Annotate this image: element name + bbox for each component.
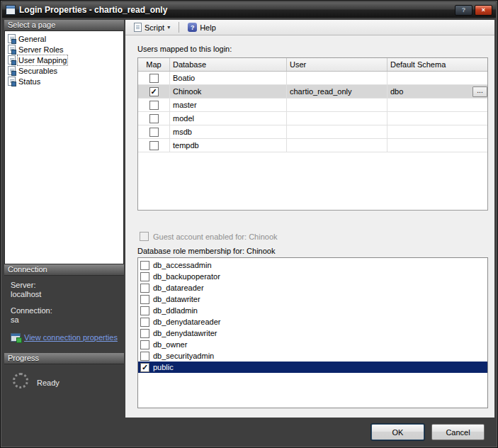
view-properties-icon [11, 333, 21, 342]
browse-schema-button[interactable]: ... [472, 86, 487, 97]
role-list-item[interactable]: db_datawriter [138, 293, 487, 305]
table-row[interactable]: Boatio [138, 72, 487, 85]
sidebar-item-label: User Mapping [18, 56, 67, 65]
role-list-item[interactable]: db_ddladmin [138, 305, 487, 316]
view-connection-properties-link[interactable]: View connection properties [24, 333, 118, 342]
role-label: db_owner [153, 340, 187, 349]
role-checkbox[interactable] [140, 329, 149, 338]
table-row[interactable]: tempdb [138, 139, 487, 152]
role-list-item[interactable]: db_securityadmin [138, 350, 487, 362]
database-cell: tempdb [170, 139, 287, 152]
server-label: Server: [11, 281, 124, 290]
map-checkbox[interactable] [149, 74, 159, 83]
script-button[interactable]: Script ▾ [130, 21, 174, 33]
table-row[interactable]: msdb [138, 125, 487, 139]
column-header-database: Database [170, 58, 287, 71]
window-icon [6, 5, 16, 15]
column-header-default-schema: Default Schema [387, 58, 488, 71]
role-checkbox[interactable] [140, 284, 149, 293]
help-icon [188, 23, 197, 32]
guest-account-label: Guest account enabled for: Chinook [153, 233, 278, 241]
help-titlebar-button[interactable]: ? [455, 5, 472, 16]
role-label: db_securityadmin [153, 352, 214, 360]
sidebar-item-securables[interactable]: Securables [5, 65, 123, 76]
map-checkbox[interactable] [149, 128, 159, 137]
default-schema-cell [387, 112, 488, 125]
role-checkbox[interactable] [140, 306, 149, 315]
titlebar: Login Properties - chartio_read_only ? × [2, 2, 496, 18]
progress-spinner-icon [13, 373, 28, 388]
cancel-button[interactable]: Cancel [431, 424, 485, 440]
role-list-item[interactable]: db_backupoperator [138, 271, 487, 282]
sidebar-item-server-roles[interactable]: Server Roles [5, 44, 123, 55]
default-schema-cell [387, 99, 488, 111]
script-button-label: Script [145, 23, 164, 32]
map-cell [138, 112, 170, 125]
page-list: General Server Roles User Mapping Secura… [4, 31, 124, 264]
role-checkbox[interactable] [140, 295, 149, 304]
login-properties-window: Login Properties - chartio_read_only ? ×… [0, 0, 498, 448]
table-header: Map Database User Default Schema [138, 58, 487, 72]
user-cell [287, 99, 387, 111]
role-list-item[interactable]: db_denydatawriter [138, 327, 487, 339]
map-cell [138, 72, 170, 84]
map-cell [138, 139, 170, 152]
ok-button[interactable]: OK [371, 424, 424, 440]
progress-panel: Ready [4, 364, 124, 418]
role-label: public [153, 363, 174, 371]
page-icon [8, 45, 16, 54]
map-cell [138, 125, 170, 138]
database-cell: msdb [170, 125, 287, 138]
main-content: Users mapped to this login: Map Database… [125, 35, 494, 418]
server-value: localhost [11, 290, 124, 299]
map-checkbox[interactable] [149, 141, 159, 150]
role-list-item[interactable]: public [138, 362, 487, 373]
default-schema-value: dbo [390, 85, 403, 98]
table-row[interactable]: master [138, 99, 487, 112]
role-checkbox[interactable] [140, 340, 149, 349]
default-schema-cell[interactable]: dbo ... [387, 85, 488, 98]
sidebar-item-user-mapping[interactable]: User Mapping [5, 55, 123, 65]
user-cell [287, 72, 387, 84]
guest-account-row: Guest account enabled for: Chinook [140, 232, 278, 241]
toolbar-separator [179, 22, 179, 33]
table-row[interactable]: Chinook chartio_read_only dbo ... [138, 85, 487, 99]
page-icon [8, 77, 16, 86]
user-cell[interactable]: chartio_read_only [287, 85, 387, 98]
role-list-item[interactable]: db_datareader [138, 282, 487, 293]
default-schema-cell [387, 72, 488, 84]
window-title: Login Properties - chartio_read_only [19, 5, 451, 15]
role-checkbox[interactable] [140, 261, 149, 270]
role-checkbox[interactable] [140, 363, 149, 372]
page-icon [8, 55, 16, 65]
users-mapped-label: Users mapped to this login: [137, 45, 232, 53]
guest-account-checkbox [140, 232, 149, 241]
connection-header: Connection [4, 264, 124, 276]
role-checkbox[interactable] [140, 318, 149, 327]
sidebar-item-label: Status [18, 77, 40, 86]
database-cell: model [170, 112, 287, 125]
help-button[interactable]: Help [183, 21, 220, 33]
close-button[interactable]: × [475, 5, 492, 16]
sidebar-item-status[interactable]: Status [5, 76, 123, 86]
sidebar-item-general[interactable]: General [5, 33, 123, 44]
chevron-down-icon: ▾ [167, 24, 170, 30]
select-a-page-header: Select a page [4, 20, 124, 31]
column-header-map: Map [138, 58, 170, 71]
page-icon [8, 34, 16, 43]
map-checkbox[interactable] [149, 114, 159, 123]
role-checkbox[interactable] [140, 352, 149, 361]
map-checkbox[interactable] [149, 101, 159, 110]
role-list-item[interactable]: db_accessadmin [138, 259, 487, 271]
user-mapping-table: Map Database User Default Schema Boatio … [137, 57, 488, 211]
toolbar: Script ▾ Help [125, 20, 494, 35]
database-cell: Chinook [170, 85, 287, 98]
role-checkbox[interactable] [140, 272, 149, 281]
user-cell [287, 125, 387, 138]
map-checkbox[interactable] [149, 87, 159, 96]
role-list-item[interactable]: db_owner [138, 339, 487, 350]
role-label: db_datareader [153, 284, 204, 292]
role-list-item[interactable]: db_denydatareader [138, 316, 487, 327]
default-schema-cell [387, 125, 488, 138]
table-row[interactable]: model [138, 112, 487, 125]
